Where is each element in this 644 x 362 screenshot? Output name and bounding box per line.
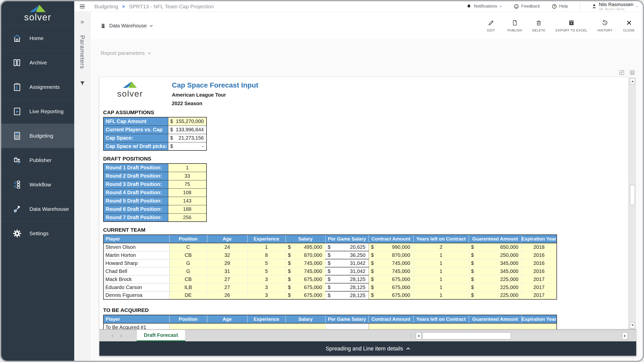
expiration-year-cell[interactable]: 2017 — [521, 283, 557, 291]
guaranteed-amount-cell[interactable]: $345,000 — [469, 267, 521, 275]
contract-amount-cell[interactable]: $745,000 — [369, 259, 413, 267]
vertical-scroll-thumb[interactable] — [630, 185, 635, 205]
sidebar-item-settings[interactable]: Settings — [1, 221, 74, 246]
years-left-cell[interactable]: 1 — [413, 251, 469, 259]
data-source-dropdown[interactable]: Data Warehouse — [101, 23, 153, 29]
parameters-label[interactable]: Parameters — [79, 35, 86, 69]
horizontal-scroll-thumb[interactable] — [422, 332, 511, 339]
filter-funnel-icon[interactable] — [79, 81, 85, 86]
age-cell[interactable]: 32 — [207, 251, 247, 259]
position-cell[interactable]: G — [169, 267, 207, 275]
value-cell[interactable]: 33 — [168, 172, 207, 180]
experience-cell[interactable]: 8 — [247, 251, 286, 259]
per-game-salary-cell[interactable]: $28,125 — [325, 283, 369, 291]
contract-amount-cell[interactable]: $990,000 — [369, 243, 413, 251]
player-cell[interactable]: To Be Acquired #1 — [103, 323, 169, 329]
expand-panel-icon[interactable]: » — [80, 18, 84, 26]
player-cell[interactable]: Martin Horton — [103, 251, 169, 259]
value-cell[interactable]: $- — [168, 142, 207, 150]
player-cell[interactable]: Dennis Figueroa — [103, 291, 169, 299]
feedback-button[interactable]: Feedback — [514, 4, 540, 9]
age-cell[interactable]: 24 — [207, 243, 247, 251]
sidebar-item-workflow[interactable]: Workflow — [1, 172, 74, 197]
years-left-cell[interactable]: 2 — [413, 243, 469, 251]
expiration-year-cell[interactable]: 2018 — [521, 243, 557, 251]
report-parameters-toggle[interactable]: Report parameters — [91, 40, 643, 66]
player-cell[interactable]: Chad Bell — [103, 267, 169, 275]
guaranteed-amount-cell[interactable]: $225,000 — [469, 275, 521, 283]
contract-amount-cell[interactable] — [369, 323, 413, 329]
per-game-salary-cell[interactable]: $28,125 — [325, 275, 369, 283]
resize-icon[interactable] — [619, 69, 625, 76]
sidebar-item-live-reporting[interactable]: Live Reporting — [1, 99, 74, 124]
sidebar-item-home[interactable]: Home — [1, 26, 74, 50]
sidebar-item-archive[interactable]: Archive — [1, 50, 74, 75]
guaranteed-amount-cell[interactable] — [469, 323, 521, 329]
per-game-salary-cell[interactable]: $28,125 — [325, 291, 369, 299]
age-cell[interactable]: 29 — [207, 259, 247, 267]
hamburger-menu-icon[interactable] — [80, 5, 85, 9]
guaranteed-amount-cell[interactable]: $225,000 — [469, 283, 521, 291]
contract-amount-cell[interactable]: $745,000 — [369, 267, 413, 275]
experience-cell[interactable]: 3 — [247, 291, 286, 299]
sidebar-item-data-warehouse[interactable]: Data Warehouse — [1, 197, 74, 221]
years-left-cell[interactable]: 1 — [413, 275, 469, 283]
spreading-details-toggle[interactable]: Spreading and Line item details — [99, 341, 636, 356]
age-cell[interactable]: 27 — [207, 275, 247, 283]
experience-cell[interactable]: 5 — [247, 259, 286, 267]
value-cell[interactable]: 108 — [168, 188, 207, 197]
experience-cell[interactable]: 3 — [247, 283, 286, 291]
tab-draft-forecast[interactable]: Draft Forecast — [137, 330, 185, 341]
position-cell[interactable]: DE — [169, 291, 207, 299]
per-game-salary-cell[interactable]: $20,625 — [325, 243, 369, 251]
salary-cell[interactable]: $745,000 — [286, 259, 325, 267]
age-cell[interactable]: 26 — [207, 291, 247, 299]
expiration-year-cell[interactable]: 2016 — [521, 267, 557, 275]
salary-cell[interactable]: $675,000 — [286, 291, 325, 299]
salary-cell[interactable]: $675,000 — [286, 283, 325, 291]
value-cell[interactable]: 75 — [168, 180, 207, 188]
guaranteed-amount-cell[interactable]: $225,000 — [469, 291, 521, 299]
sidebar-item-assignments[interactable]: Assignments — [1, 75, 74, 99]
player-cell[interactable]: Howard Sharp — [103, 259, 169, 267]
guaranteed-amount-cell[interactable]: $250,000 — [469, 251, 521, 259]
experience-cell[interactable]: 3 — [247, 275, 286, 283]
experience-cell[interactable]: 5 — [247, 267, 286, 275]
help-button[interactable]: ? Help — [552, 4, 568, 9]
player-cell[interactable]: Steven Olson — [103, 243, 169, 251]
guaranteed-amount-cell[interactable]: $650,000 — [469, 243, 521, 251]
close-button[interactable]: CLOSE — [623, 19, 635, 32]
notifications-button[interactable]: Notifications — [466, 4, 502, 9]
per-game-salary-cell[interactable]: $36,250 — [325, 251, 369, 259]
experience-cell[interactable] — [247, 323, 286, 329]
years-left-cell[interactable]: 1 — [413, 259, 469, 267]
contract-amount-cell[interactable]: $675,000 — [369, 275, 413, 283]
contract-amount-cell[interactable]: $675,000 — [369, 291, 413, 299]
years-left-cell[interactable]: 1 — [413, 291, 469, 299]
vertical-scrollbar[interactable] — [629, 77, 636, 329]
scroll-right-button[interactable] — [622, 332, 628, 339]
salary-cell[interactable]: $745,000 — [286, 267, 325, 275]
position-cell[interactable] — [169, 323, 207, 329]
publish-button[interactable]: PUBLISH — [507, 19, 522, 32]
salary-cell[interactable]: $675,000 — [286, 275, 325, 283]
sidebar-item-budgeting[interactable]: Budgeting — [1, 124, 74, 148]
age-cell[interactable] — [207, 323, 247, 329]
history-button[interactable]: HISTORY — [597, 19, 613, 32]
position-cell[interactable]: CB — [169, 251, 207, 259]
scroll-down-button[interactable] — [630, 322, 635, 328]
sidebar-item-publisher[interactable]: Publisher — [1, 148, 74, 172]
player-cell[interactable]: Mack Brock — [103, 275, 169, 283]
value-cell[interactable]: $155,270,000 — [168, 117, 207, 126]
value-cell[interactable]: $21,273,156 — [168, 134, 207, 142]
value-cell[interactable]: $133,996,844 — [168, 126, 207, 134]
next-sheet-icon[interactable]: › — [120, 332, 122, 339]
value-cell[interactable]: 1 — [168, 164, 207, 172]
expiration-year-cell[interactable]: 2016 — [521, 251, 557, 259]
guaranteed-amount-cell[interactable]: $345,000 — [469, 259, 521, 267]
position-cell[interactable]: ILB — [169, 283, 207, 291]
grid-view-icon[interactable] — [629, 69, 635, 76]
previous-sheet-icon[interactable]: ‹ — [111, 332, 113, 339]
per-game-salary-cell[interactable] — [325, 323, 369, 329]
contract-amount-cell[interactable]: $870,000 — [369, 251, 413, 259]
